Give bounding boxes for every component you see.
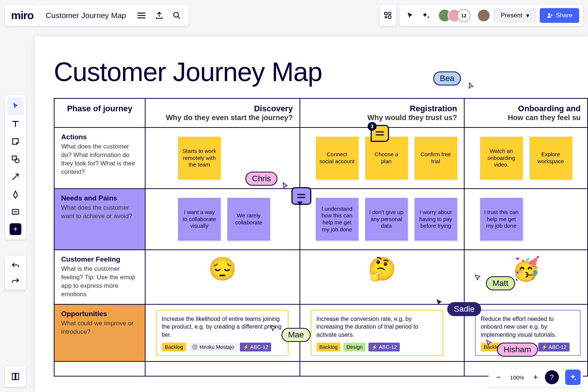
frames-button[interactable]: [5, 366, 26, 387]
svg-point-4: [548, 13, 550, 15]
ai-assist-button[interactable]: [565, 370, 581, 385]
phase-col-registration[interactable]: Registration Why would they trust us?: [300, 98, 464, 127]
export-button[interactable]: [150, 7, 168, 24]
jira-icon: ⚡: [541, 344, 547, 350]
opportunity-card[interactable]: Increase the likelihood of entire teams …: [156, 310, 288, 356]
tool-panel: +: [5, 95, 26, 239]
emoji-thinking[interactable]: 🤔: [368, 256, 396, 281]
select-tool[interactable]: [7, 97, 24, 115]
phase-col-discovery[interactable]: Discovery Why do they even start the jou…: [145, 98, 300, 127]
cursor-icon: [281, 181, 290, 190]
collaborator-avatars[interactable]: 12: [438, 9, 470, 22]
redo-button[interactable]: [7, 273, 24, 288]
pointer-icon: [11, 101, 20, 111]
row-title-opportunities: Opportunities: [61, 310, 138, 318]
jira-key: ABC-12: [379, 344, 397, 350]
sticky-note[interactable]: Confirm free trial: [414, 137, 457, 179]
assignee-name: Hiroku Mostajo: [200, 344, 234, 351]
phase-subtitle: How can they feel su: [471, 113, 581, 122]
add-tool-button[interactable]: +: [10, 223, 21, 235]
sticky-note[interactable]: Explore workspace: [529, 137, 572, 179]
comment-tool[interactable]: [7, 203, 24, 221]
line-tool[interactable]: [7, 168, 24, 186]
phase-col-onboarding[interactable]: Onboarding and How can they feel su: [464, 98, 588, 127]
comment-count: 3: [368, 122, 377, 131]
ai-sparkle-icon: [569, 373, 577, 381]
reactions-button[interactable]: [420, 11, 433, 20]
tag-jira[interactable]: ⚡ ABC-12: [240, 343, 271, 352]
sticky-note[interactable]: I don't give up any personal data: [365, 198, 408, 241]
current-user-avatar[interactable]: [477, 9, 490, 22]
cursor-label: Mae: [281, 328, 311, 342]
svg-rect-1: [385, 12, 387, 15]
main-menu-button[interactable]: [133, 7, 150, 24]
emoji-pensive[interactable]: 😔: [208, 256, 237, 281]
share-button[interactable]: Share: [540, 8, 579, 23]
avatar-overflow[interactable]: 12: [457, 9, 470, 22]
tag-design[interactable]: Design: [343, 343, 365, 352]
sticky-note[interactable]: I trust this can help me get my job done: [480, 198, 523, 241]
zoom-level[interactable]: 100%: [508, 374, 526, 381]
export-icon: [155, 11, 164, 20]
cursor-chris: Chris: [245, 172, 288, 186]
cursor-label: Bea: [433, 71, 461, 85]
zoom-out-button[interactable]: −: [491, 370, 506, 385]
board-canvas[interactable]: Customer Journey Map Phase of journey Di…: [35, 37, 588, 392]
text-tool[interactable]: [7, 115, 24, 133]
comment-thread-badge[interactable]: 3: [371, 125, 389, 142]
sticky-note[interactable]: Connect social account: [316, 137, 358, 179]
sticky-note[interactable]: I understand how this can help me get my…: [316, 198, 358, 241]
chat-bubble[interactable]: [291, 187, 311, 205]
sticky-note[interactable]: We rarely collaborate: [227, 198, 270, 241]
pen-tool[interactable]: [7, 186, 24, 203]
tag-jira[interactable]: ⚡ ABC-12: [538, 343, 570, 352]
pen-icon: [11, 190, 20, 199]
canvas-title[interactable]: Customer Journey Map: [35, 37, 588, 98]
tag-jira[interactable]: ⚡ ABC-12: [368, 343, 400, 352]
phase-header-label: Phase of journey: [61, 104, 138, 113]
shape-tool[interactable]: [7, 150, 24, 168]
journey-map-table[interactable]: Phase of journey Discovery Why do they e…: [54, 98, 588, 377]
opportunity-card[interactable]: Increase the conversion rate, e.g. by in…: [311, 310, 443, 356]
zoom-in-button[interactable]: +: [528, 370, 543, 385]
tag-assignee[interactable]: Hiroku Mostajo: [189, 343, 237, 352]
undo-icon: [11, 260, 20, 270]
sticky-note[interactable]: I want a way to collaborate visually: [178, 198, 221, 241]
phase-title: Onboarding and: [471, 104, 581, 113]
undo-button[interactable]: [7, 257, 24, 273]
plus-icon: +: [13, 225, 18, 233]
jira-icon: ⚡: [243, 344, 249, 350]
search-button[interactable]: [168, 7, 186, 24]
sticky-note[interactable]: I worry about having to pay before tryin…: [414, 198, 457, 241]
question-icon: ?: [550, 373, 554, 382]
zoom-controls: − 100% + ? -: [489, 368, 583, 387]
sticky-note[interactable]: Watch an onboarding video.: [480, 137, 523, 179]
apps-button[interactable]: [380, 5, 396, 26]
emoji-party[interactable]: 🥳: [512, 256, 540, 281]
board-title[interactable]: Customer Journey Map: [39, 11, 133, 20]
present-button[interactable]: Present ▾: [493, 8, 537, 23]
sticky-note-tool[interactable]: [7, 133, 24, 150]
cursor-icon: [269, 324, 278, 333]
tag-backlog[interactable]: Backlog: [316, 343, 341, 352]
row-desc: What does the customer want to achieve o…: [61, 204, 138, 221]
comment-lines-icon: [375, 131, 384, 136]
cursor-icon: [473, 273, 483, 282]
opportunity-text: Increase the conversion rate, e.g. by in…: [316, 315, 437, 339]
row-title-feeling: Customer Feeling: [61, 255, 138, 263]
sticky-note[interactable]: Starts to work remotely with the team: [178, 137, 221, 179]
cursor-sadie: Sadie: [437, 302, 481, 316]
miro-logo[interactable]: miro: [8, 5, 39, 26]
cursor-tool-button[interactable]: [403, 11, 417, 20]
cursor-label: Chris: [245, 172, 277, 186]
arrow-icon: [11, 172, 20, 182]
svg-rect-9: [16, 373, 19, 379]
cursor-matt: Matt: [476, 276, 515, 290]
divider: -: [560, 374, 564, 381]
tag-backlog[interactable]: Backlog: [162, 343, 186, 352]
phase-title: Discovery: [152, 104, 293, 113]
text-icon: [11, 119, 20, 129]
help-button[interactable]: ?: [545, 370, 559, 384]
sticky-note[interactable]: Choose a plan: [365, 137, 408, 179]
svg-rect-8: [12, 373, 15, 379]
